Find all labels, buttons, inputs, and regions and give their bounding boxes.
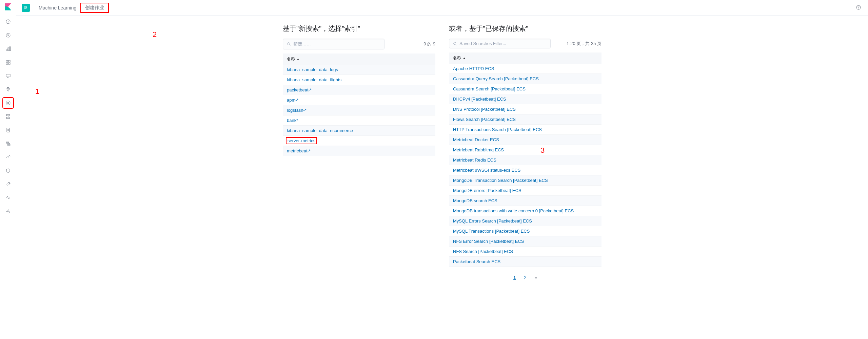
- svg-point-20: [288, 43, 290, 45]
- index-link[interactable]: kibana_sample_data_ecommerce: [287, 128, 353, 133]
- page-next[interactable]: »: [533, 274, 539, 281]
- index-link[interactable]: apm-*: [287, 98, 299, 103]
- pagination: 1 2 »: [449, 274, 601, 281]
- index-link[interactable]: bank*: [287, 118, 298, 123]
- svg-rect-16: [7, 143, 9, 144]
- header: 默 Machine Learning 创建作业: [16, 0, 868, 16]
- apm-icon[interactable]: [3, 138, 14, 149]
- sidebar: [0, 0, 16, 339]
- dashboard-icon[interactable]: [3, 57, 14, 68]
- table-row: DNS Protocol [Packetbeat] ECS: [449, 104, 601, 114]
- saved-search-filter-placeholder: Saved Searches Filter...: [459, 41, 506, 46]
- monitoring-icon[interactable]: [3, 192, 14, 203]
- ml-icon[interactable]: [3, 98, 14, 108]
- table-row: NFS Error Search [Packetbeat] ECS: [449, 236, 601, 247]
- app-badge: 默: [22, 4, 30, 12]
- saved-search-link[interactable]: Apache HTTPD ECS: [453, 66, 494, 71]
- help-icon[interactable]: [854, 3, 863, 13]
- saved-search-link[interactable]: Cassandra Search [Packetbeat] ECS: [453, 86, 526, 91]
- visualize-icon[interactable]: [3, 43, 14, 54]
- table-row: MySQL Transactions [Packetbeat] ECS: [449, 226, 601, 236]
- table-row: apm-*: [283, 95, 435, 105]
- discover-icon[interactable]: [3, 30, 14, 41]
- recent-icon[interactable]: [3, 16, 14, 27]
- main: 默 Machine Learning 创建作业 1 2 基于"新搜索"，选择"索…: [16, 0, 868, 339]
- table-row: kibana_sample_data_flights: [283, 75, 435, 85]
- table-row: MongoDB Transaction Search [Packetbeat] …: [449, 175, 601, 186]
- saved-search-link[interactable]: MySQL Errors Search [Packetbeat] ECS: [453, 218, 532, 224]
- management-icon[interactable]: [3, 206, 14, 217]
- breadcrumb-page: 创建作业: [80, 3, 109, 13]
- table-row: Metricbeat Redis ECS: [449, 155, 601, 165]
- table-row: metricbeat-*: [283, 146, 435, 156]
- content: 1 2 基于"新搜索"，选择"索引" 筛选…… 9 的 9 名称▲: [16, 16, 868, 339]
- saved-search-link[interactable]: Metricbeat Redis ECS: [453, 157, 496, 163]
- kibana-logo-icon[interactable]: [4, 3, 12, 11]
- siem-icon[interactable]: [3, 165, 14, 176]
- saved-search-filter-input[interactable]: Saved Searches Filter...: [449, 39, 551, 48]
- index-link[interactable]: kibana_sample_data_logs: [287, 67, 338, 72]
- table-row: Apache HTTPD ECS: [449, 64, 601, 74]
- saved-search-link[interactable]: NFS Search [Packetbeat] ECS: [453, 249, 513, 254]
- table-row: Metricbeat uWSGI status-ecs ECS: [449, 165, 601, 175]
- saved-search-link[interactable]: MongoDB Transaction Search [Packetbeat] …: [453, 178, 548, 183]
- dev-tools-icon[interactable]: [3, 179, 14, 190]
- saved-search-title: 或者，基于"已保存的搜索": [449, 24, 601, 33]
- annotation-2: 2: [153, 30, 157, 39]
- infra-icon[interactable]: [3, 111, 14, 122]
- saved-search-link[interactable]: Metricbeat Rabbitmq ECS: [453, 147, 504, 152]
- table-row: Metricbeat Docker ECS: [449, 135, 601, 145]
- table-row: Metricbeat Rabbitmq ECS: [449, 145, 601, 155]
- saved-search-link[interactable]: DHCPv4 [Packetbeat] ECS: [453, 97, 506, 102]
- svg-rect-7: [6, 63, 8, 64]
- svg-point-11: [6, 101, 10, 105]
- svg-rect-9: [6, 74, 10, 77]
- index-title: 基于"新搜索"，选择"索引": [283, 24, 435, 33]
- breadcrumb-app[interactable]: Machine Learning: [35, 4, 80, 11]
- index-link[interactable]: packetbeat-*: [287, 87, 312, 92]
- saved-search-link[interactable]: DNS Protocol [Packetbeat] ECS: [453, 107, 516, 112]
- saved-search-link[interactable]: Flows Search [Packetbeat] ECS: [453, 117, 516, 122]
- saved-search-link[interactable]: Cassandra Query Search [Packetbeat] ECS: [453, 76, 539, 81]
- table-row: NFS Search [Packetbeat] ECS: [449, 247, 601, 257]
- table-row: packetbeat-*: [283, 85, 435, 95]
- table-row: MongoDB transactions with write concern …: [449, 206, 601, 216]
- svg-rect-2: [6, 49, 7, 51]
- maps-icon[interactable]: [3, 84, 14, 95]
- svg-point-21: [454, 42, 456, 44]
- svg-point-10: [7, 88, 9, 89]
- index-column: 基于"新搜索"，选择"索引" 筛选…… 9 的 9 名称▲ 3 kibana_s…: [283, 24, 435, 331]
- index-link[interactable]: logstash-*: [287, 108, 307, 113]
- page-2[interactable]: 2: [522, 274, 528, 281]
- saved-search-column-header[interactable]: 名称▲: [449, 52, 601, 64]
- saved-search-link[interactable]: MongoDB search ECS: [453, 198, 497, 203]
- index-filter-placeholder: 筛选……: [293, 41, 311, 47]
- uptime-icon[interactable]: [3, 152, 14, 163]
- index-link[interactable]: metricbeat-*: [287, 148, 311, 153]
- sort-asc-icon: ▲: [462, 56, 466, 60]
- saved-search-link[interactable]: Packetbeat Search ECS: [453, 259, 500, 264]
- annotation-1: 1: [35, 87, 39, 96]
- svg-rect-6: [8, 60, 10, 62]
- index-link[interactable]: server-metrics: [287, 138, 316, 143]
- index-filter-input[interactable]: 筛选……: [283, 39, 384, 49]
- svg-rect-3: [8, 48, 9, 51]
- saved-search-link[interactable]: Metricbeat Docker ECS: [453, 137, 499, 142]
- svg-point-18: [7, 211, 9, 212]
- canvas-icon[interactable]: [3, 70, 14, 81]
- saved-search-link[interactable]: HTTP Transactions Search [Packetbeat] EC…: [453, 127, 542, 132]
- page-1[interactable]: 1: [511, 274, 518, 281]
- saved-search-link[interactable]: MySQL Transactions [Packetbeat] ECS: [453, 229, 530, 234]
- saved-search-link[interactable]: Metricbeat uWSGI status-ecs ECS: [453, 168, 520, 173]
- search-icon: [287, 42, 291, 46]
- table-row: DHCPv4 [Packetbeat] ECS: [449, 94, 601, 104]
- svg-rect-13: [6, 114, 10, 116]
- saved-search-link[interactable]: MongoDB errors [Packetbeat] ECS: [453, 188, 521, 193]
- index-link[interactable]: kibana_sample_data_flights: [287, 77, 341, 82]
- saved-search-link[interactable]: MongoDB transactions with write concern …: [453, 208, 574, 213]
- logs-icon[interactable]: [3, 125, 14, 135]
- saved-search-link[interactable]: NFS Error Search [Packetbeat] ECS: [453, 239, 524, 244]
- table-row: MongoDB search ECS: [449, 196, 601, 206]
- index-column-header[interactable]: 名称▲: [283, 54, 435, 65]
- table-row: kibana_sample_data_logs: [283, 65, 435, 75]
